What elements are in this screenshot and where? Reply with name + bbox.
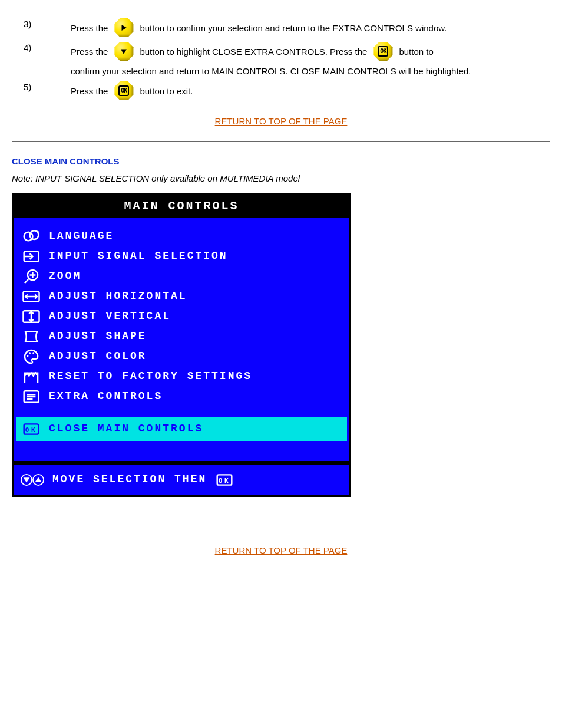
osd-item-label: CLOSE MAIN CONTROLS — [49, 421, 203, 436]
osd-item-label: ADJUST SHAPE — [49, 329, 147, 344]
osd-item-close-highlighted: OK CLOSE MAIN CONTROLS — [16, 417, 347, 441]
step-4: 4) Press the button to highlight CLOSE E… — [24, 41, 550, 61]
svg-marker-1 — [121, 50, 127, 54]
ok-button-icon: OK — [373, 41, 393, 61]
vertical-icon — [22, 307, 41, 326]
svg-point-8 — [27, 355, 28, 357]
svg-point-10 — [32, 352, 34, 354]
note-label: Note: — [12, 173, 33, 183]
step-text: Press the — [71, 85, 108, 97]
svg-marker-0 — [122, 25, 127, 31]
ok-box-icon: OK — [22, 420, 41, 439]
shape-icon — [22, 327, 41, 346]
osd-body: LANGUAGE INPUT SIGNAL SELECTION ZOOM ADJ… — [14, 218, 349, 461]
ok-button-icon: OK — [114, 81, 134, 101]
osd-item-label: LANGUAGE — [49, 229, 114, 243]
osd-item-label: ADJUST COLOR — [49, 349, 147, 364]
horizontal-icon — [22, 287, 41, 306]
svg-point-2 — [24, 232, 33, 241]
osd-item-zoom: ZOOM — [19, 266, 343, 286]
step-5: 5) Press the OK button to exit. — [24, 81, 550, 101]
language-icon — [22, 227, 41, 246]
svg-point-9 — [29, 352, 31, 354]
step-text: button to highlight CLOSE EXTRA CONTROLS… — [140, 45, 367, 58]
instruction-steps: 3) Press the button to confirm your sele… — [24, 18, 550, 101]
osd-item-extra-controls: EXTRA CONTROLS — [19, 387, 343, 407]
osd-footer: MOVE SELECTION THEN OK — [14, 461, 349, 495]
return-to-top-link[interactable]: RETURN TO TOP OF THE PAGE — [215, 545, 348, 555]
step-text: Press the — [71, 22, 108, 34]
osd-item-adjust-horizontal: ADJUST HORIZONTAL — [19, 286, 343, 307]
svg-text:OK: OK — [25, 426, 38, 434]
osd-item-adjust-color: ADJUST COLOR — [19, 347, 343, 367]
step-text: button to exit. — [140, 85, 193, 97]
osd-item-label: ZOOM — [49, 269, 81, 284]
down-arrow-icon — [114, 41, 134, 61]
ok-box-icon: OK — [215, 470, 234, 489]
step-number: 3) — [24, 18, 71, 30]
osd-item-adjust-shape: ADJUST SHAPE — [19, 327, 343, 347]
svg-marker-17 — [35, 477, 42, 482]
osd-panel: MAIN CONTROLS LANGUAGE INPUT SIGNAL SELE… — [12, 193, 351, 497]
osd-footer-text: MOVE SELECTION THEN — [52, 472, 207, 487]
osd-item-label: ADJUST VERTICAL — [49, 309, 171, 324]
step-3: 3) Press the button to confirm your sele… — [24, 18, 550, 38]
osd-item-label: INPUT SIGNAL SELECTION — [49, 249, 228, 263]
step-text: Press the — [71, 45, 108, 58]
osd-item-adjust-vertical: ADJUST VERTICAL — [19, 307, 343, 327]
return-to-top-link[interactable]: RETURN TO TOP OF THE PAGE — [215, 116, 348, 126]
note-body: INPUT SIGNAL SELECTION only available on… — [35, 173, 300, 183]
play-right-icon — [114, 18, 134, 38]
zoom-icon — [22, 267, 41, 286]
osd-item-label: ADJUST HORIZONTAL — [49, 289, 187, 304]
svg-marker-15 — [24, 477, 30, 482]
osd-item-language: LANGUAGE — [19, 226, 343, 246]
osd-item-label: RESET TO FACTORY SETTINGS — [49, 369, 252, 384]
osd-item-input-signal: INPUT SIGNAL SELECTION — [19, 246, 343, 266]
step-number: 5) — [24, 81, 71, 93]
step-text: button to — [399, 45, 433, 58]
svg-text:OK: OK — [219, 477, 231, 485]
step-text: button to confirm your selection and ret… — [140, 22, 447, 34]
step-number: 4) — [24, 41, 71, 54]
reset-icon — [22, 367, 41, 386]
step-text: confirm your selection and return to MAI… — [71, 65, 471, 77]
note: Note: INPUT SIGNAL SELECTION only availa… — [12, 172, 550, 185]
up-down-nav-icon — [21, 473, 44, 486]
step-4-continued: confirm your selection and return to MAI… — [24, 65, 550, 77]
osd-item-reset: RESET TO FACTORY SETTINGS — [19, 367, 343, 387]
osd-title: MAIN CONTROLS — [14, 195, 349, 218]
section-title: CLOSE MAIN CONTROLS — [12, 155, 550, 167]
color-icon — [22, 347, 41, 366]
divider — [12, 141, 550, 142]
input-signal-icon — [22, 247, 41, 266]
osd-item-label: EXTRA CONTROLS — [49, 389, 163, 404]
extra-controls-icon — [22, 387, 41, 406]
